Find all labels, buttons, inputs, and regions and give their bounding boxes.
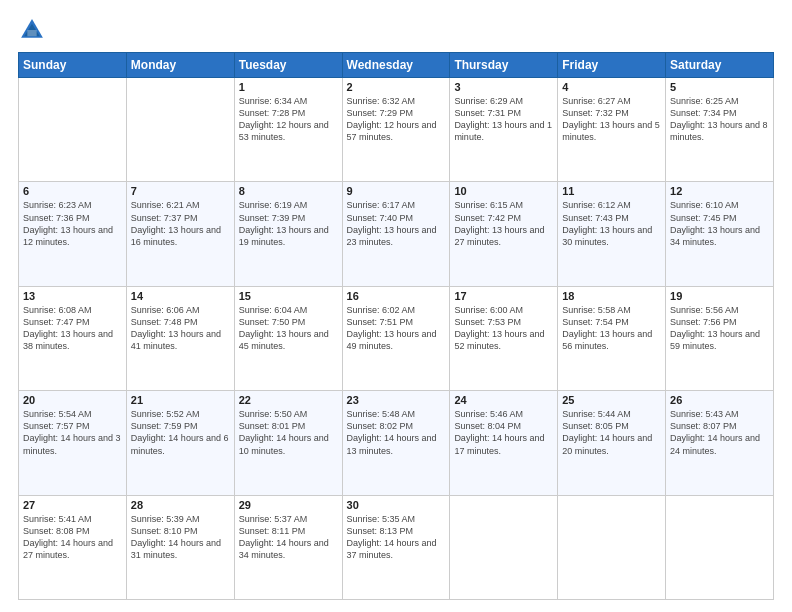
day-info: Sunrise: 6:25 AMSunset: 7:34 PMDaylight:… (670, 95, 769, 144)
day-cell: 18Sunrise: 5:58 AMSunset: 7:54 PMDayligh… (558, 286, 666, 390)
day-cell (666, 495, 774, 599)
day-cell: 17Sunrise: 6:00 AMSunset: 7:53 PMDayligh… (450, 286, 558, 390)
day-number: 2 (347, 81, 446, 93)
weekday-sunday: Sunday (19, 53, 127, 78)
day-info: Sunrise: 6:02 AMSunset: 7:51 PMDaylight:… (347, 304, 446, 353)
day-cell: 29Sunrise: 5:37 AMSunset: 8:11 PMDayligh… (234, 495, 342, 599)
day-info: Sunrise: 6:29 AMSunset: 7:31 PMDaylight:… (454, 95, 553, 144)
day-info: Sunrise: 6:27 AMSunset: 7:32 PMDaylight:… (562, 95, 661, 144)
day-cell: 3Sunrise: 6:29 AMSunset: 7:31 PMDaylight… (450, 78, 558, 182)
day-cell: 16Sunrise: 6:02 AMSunset: 7:51 PMDayligh… (342, 286, 450, 390)
weekday-header-row: SundayMondayTuesdayWednesdayThursdayFrid… (19, 53, 774, 78)
day-cell: 26Sunrise: 5:43 AMSunset: 8:07 PMDayligh… (666, 391, 774, 495)
day-number: 29 (239, 499, 338, 511)
day-cell: 5Sunrise: 6:25 AMSunset: 7:34 PMDaylight… (666, 78, 774, 182)
day-number: 22 (239, 394, 338, 406)
weekday-friday: Friday (558, 53, 666, 78)
day-number: 14 (131, 290, 230, 302)
day-cell: 15Sunrise: 6:04 AMSunset: 7:50 PMDayligh… (234, 286, 342, 390)
day-cell: 1Sunrise: 6:34 AMSunset: 7:28 PMDaylight… (234, 78, 342, 182)
day-info: Sunrise: 5:41 AMSunset: 8:08 PMDaylight:… (23, 513, 122, 562)
day-cell: 4Sunrise: 6:27 AMSunset: 7:32 PMDaylight… (558, 78, 666, 182)
day-number: 5 (670, 81, 769, 93)
day-info: Sunrise: 5:46 AMSunset: 8:04 PMDaylight:… (454, 408, 553, 457)
weekday-tuesday: Tuesday (234, 53, 342, 78)
day-number: 4 (562, 81, 661, 93)
day-info: Sunrise: 5:56 AMSunset: 7:56 PMDaylight:… (670, 304, 769, 353)
day-info: Sunrise: 5:48 AMSunset: 8:02 PMDaylight:… (347, 408, 446, 457)
logo (18, 16, 50, 44)
day-cell: 28Sunrise: 5:39 AMSunset: 8:10 PMDayligh… (126, 495, 234, 599)
day-number: 15 (239, 290, 338, 302)
day-info: Sunrise: 5:50 AMSunset: 8:01 PMDaylight:… (239, 408, 338, 457)
logo-icon (18, 16, 46, 44)
day-cell: 19Sunrise: 5:56 AMSunset: 7:56 PMDayligh… (666, 286, 774, 390)
day-cell: 7Sunrise: 6:21 AMSunset: 7:37 PMDaylight… (126, 182, 234, 286)
calendar: SundayMondayTuesdayWednesdayThursdayFrid… (18, 52, 774, 600)
day-info: Sunrise: 6:04 AMSunset: 7:50 PMDaylight:… (239, 304, 338, 353)
day-number: 27 (23, 499, 122, 511)
day-number: 9 (347, 185, 446, 197)
day-number: 19 (670, 290, 769, 302)
day-cell (126, 78, 234, 182)
day-info: Sunrise: 6:32 AMSunset: 7:29 PMDaylight:… (347, 95, 446, 144)
day-number: 23 (347, 394, 446, 406)
day-info: Sunrise: 6:17 AMSunset: 7:40 PMDaylight:… (347, 199, 446, 248)
day-number: 10 (454, 185, 553, 197)
day-cell: 10Sunrise: 6:15 AMSunset: 7:42 PMDayligh… (450, 182, 558, 286)
day-cell: 11Sunrise: 6:12 AMSunset: 7:43 PMDayligh… (558, 182, 666, 286)
day-cell: 25Sunrise: 5:44 AMSunset: 8:05 PMDayligh… (558, 391, 666, 495)
day-info: Sunrise: 6:12 AMSunset: 7:43 PMDaylight:… (562, 199, 661, 248)
day-number: 11 (562, 185, 661, 197)
day-number: 1 (239, 81, 338, 93)
day-cell: 2Sunrise: 6:32 AMSunset: 7:29 PMDaylight… (342, 78, 450, 182)
day-number: 8 (239, 185, 338, 197)
week-row-2: 13Sunrise: 6:08 AMSunset: 7:47 PMDayligh… (19, 286, 774, 390)
day-cell: 23Sunrise: 5:48 AMSunset: 8:02 PMDayligh… (342, 391, 450, 495)
week-row-3: 20Sunrise: 5:54 AMSunset: 7:57 PMDayligh… (19, 391, 774, 495)
day-number: 21 (131, 394, 230, 406)
day-number: 7 (131, 185, 230, 197)
day-number: 18 (562, 290, 661, 302)
day-cell: 8Sunrise: 6:19 AMSunset: 7:39 PMDaylight… (234, 182, 342, 286)
day-number: 13 (23, 290, 122, 302)
day-info: Sunrise: 6:10 AMSunset: 7:45 PMDaylight:… (670, 199, 769, 248)
week-row-4: 27Sunrise: 5:41 AMSunset: 8:08 PMDayligh… (19, 495, 774, 599)
day-number: 17 (454, 290, 553, 302)
day-cell: 14Sunrise: 6:06 AMSunset: 7:48 PMDayligh… (126, 286, 234, 390)
day-cell: 20Sunrise: 5:54 AMSunset: 7:57 PMDayligh… (19, 391, 127, 495)
week-row-1: 6Sunrise: 6:23 AMSunset: 7:36 PMDaylight… (19, 182, 774, 286)
weekday-saturday: Saturday (666, 53, 774, 78)
day-number: 25 (562, 394, 661, 406)
day-cell: 21Sunrise: 5:52 AMSunset: 7:59 PMDayligh… (126, 391, 234, 495)
day-info: Sunrise: 5:52 AMSunset: 7:59 PMDaylight:… (131, 408, 230, 457)
day-cell: 13Sunrise: 6:08 AMSunset: 7:47 PMDayligh… (19, 286, 127, 390)
weekday-wednesday: Wednesday (342, 53, 450, 78)
day-cell: 12Sunrise: 6:10 AMSunset: 7:45 PMDayligh… (666, 182, 774, 286)
day-info: Sunrise: 6:19 AMSunset: 7:39 PMDaylight:… (239, 199, 338, 248)
day-info: Sunrise: 5:39 AMSunset: 8:10 PMDaylight:… (131, 513, 230, 562)
day-info: Sunrise: 5:43 AMSunset: 8:07 PMDaylight:… (670, 408, 769, 457)
day-number: 28 (131, 499, 230, 511)
day-info: Sunrise: 6:00 AMSunset: 7:53 PMDaylight:… (454, 304, 553, 353)
day-number: 12 (670, 185, 769, 197)
day-info: Sunrise: 6:21 AMSunset: 7:37 PMDaylight:… (131, 199, 230, 248)
day-cell: 30Sunrise: 5:35 AMSunset: 8:13 PMDayligh… (342, 495, 450, 599)
day-cell: 24Sunrise: 5:46 AMSunset: 8:04 PMDayligh… (450, 391, 558, 495)
day-cell (19, 78, 127, 182)
day-cell: 27Sunrise: 5:41 AMSunset: 8:08 PMDayligh… (19, 495, 127, 599)
day-info: Sunrise: 6:34 AMSunset: 7:28 PMDaylight:… (239, 95, 338, 144)
day-info: Sunrise: 5:37 AMSunset: 8:11 PMDaylight:… (239, 513, 338, 562)
day-number: 20 (23, 394, 122, 406)
day-cell (450, 495, 558, 599)
day-info: Sunrise: 5:44 AMSunset: 8:05 PMDaylight:… (562, 408, 661, 457)
day-cell: 6Sunrise: 6:23 AMSunset: 7:36 PMDaylight… (19, 182, 127, 286)
day-info: Sunrise: 6:23 AMSunset: 7:36 PMDaylight:… (23, 199, 122, 248)
day-info: Sunrise: 6:15 AMSunset: 7:42 PMDaylight:… (454, 199, 553, 248)
day-number: 3 (454, 81, 553, 93)
day-info: Sunrise: 6:08 AMSunset: 7:47 PMDaylight:… (23, 304, 122, 353)
day-info: Sunrise: 6:06 AMSunset: 7:48 PMDaylight:… (131, 304, 230, 353)
weekday-thursday: Thursday (450, 53, 558, 78)
day-number: 26 (670, 394, 769, 406)
day-number: 24 (454, 394, 553, 406)
